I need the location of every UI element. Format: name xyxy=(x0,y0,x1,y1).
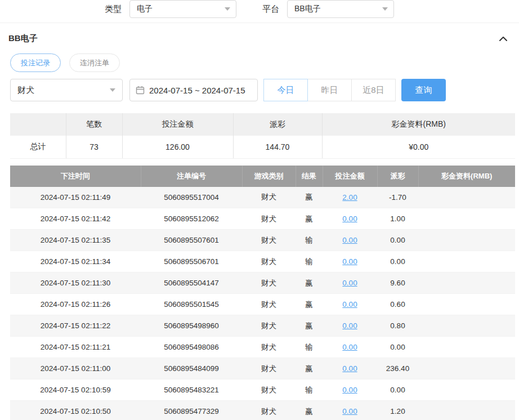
payout-cell: 0.00 xyxy=(377,251,418,272)
table-row: 2024-07-15 02:10:505060895477329财犬赢0.001… xyxy=(10,401,515,420)
chevron-up-icon xyxy=(499,36,508,42)
bet-amount-cell: 0.00 xyxy=(323,401,377,420)
summary-header-row: 笔数 投注金额 派彩 彩金资料(RMB) xyxy=(10,113,515,136)
payout-cell: 1.00 xyxy=(377,208,418,230)
yesterday-button[interactable]: 昨日 xyxy=(307,79,352,101)
table-row: 2024-07-15 02:10:595060895483221财犬输0.000… xyxy=(10,379,515,401)
summary-total-label: 总计 xyxy=(10,136,66,158)
bet-amount-link[interactable]: 0.00 xyxy=(342,279,357,287)
bet-amount-link[interactable]: 0.00 xyxy=(342,257,357,266)
game-type-cell: 财犬 xyxy=(242,187,296,208)
bonus-cell xyxy=(418,315,515,337)
bet-time-cell: 2024-07-15 02:11:26 xyxy=(10,294,141,315)
summary-header-count: 笔数 xyxy=(66,113,122,136)
bonus-cell xyxy=(418,337,515,358)
game-type-cell: 财犬 xyxy=(242,251,296,272)
bet-amount-link[interactable]: 0.00 xyxy=(342,386,357,394)
tab-bar: 投注记录 连消注单 xyxy=(0,44,519,72)
bet-amount-link[interactable]: 2.00 xyxy=(342,193,357,202)
bonus-cell xyxy=(418,272,515,294)
date-range-picker[interactable]: 2024-07-15 ~ 2024-07-15 xyxy=(129,79,258,101)
search-button[interactable]: 查询 xyxy=(401,79,446,101)
summary-total-bonus: ¥0.00 xyxy=(322,136,515,158)
result-cell: 赢 xyxy=(296,294,323,315)
quick-date-buttons: 今日 昨日 近8日 xyxy=(263,79,396,101)
bet-time-cell: 2024-07-15 02:11:00 xyxy=(10,358,141,379)
payout-cell: 0.00 xyxy=(377,230,418,251)
last8days-button[interactable]: 近8日 xyxy=(351,79,396,101)
bet-amount-cell: 0.00 xyxy=(323,272,377,294)
bet-table-header-row: 下注时间 注单编号 游戏类别 结果 投注金额 派彩 彩金资料(RMB) xyxy=(10,166,515,187)
header-game-type: 游戏类别 xyxy=(242,166,296,187)
order-id-cell: 5060895517004 xyxy=(141,187,242,208)
chevron-down-icon xyxy=(110,88,115,92)
bonus-cell xyxy=(418,401,515,420)
bet-amount-cell: 0.00 xyxy=(323,379,377,401)
order-id-cell: 5060895501545 xyxy=(141,294,242,315)
bet-time-cell: 2024-07-15 02:10:50 xyxy=(10,401,141,420)
tab-cancelled-orders[interactable]: 连消注单 xyxy=(69,53,120,72)
bonus-cell xyxy=(418,230,515,251)
bonus-cell xyxy=(418,358,515,379)
payout-cell: 1.20 xyxy=(377,401,418,420)
query-toolbar: 财犬 2024-07-15 ~ 2024-07-15 今日 昨日 近8日 查询 xyxy=(0,72,519,101)
order-id-cell: 5060895484099 xyxy=(141,358,242,379)
bet-time-cell: 2024-07-15 02:11:49 xyxy=(10,187,141,208)
game-type-cell: 财犬 xyxy=(242,358,296,379)
result-cell: 赢 xyxy=(296,358,323,379)
game-select[interactable]: 财犬 xyxy=(10,79,123,101)
bet-amount-link[interactable]: 0.00 xyxy=(342,300,357,309)
summary-header-payout: 派彩 xyxy=(233,113,322,136)
table-row: 2024-07-15 02:11:425060895512062财犬赢0.001… xyxy=(10,208,515,230)
bet-time-cell: 2024-07-15 02:11:42 xyxy=(10,208,141,230)
table-row: 2024-07-15 02:11:345060895506701财犬输0.000… xyxy=(10,251,515,272)
bet-amount-link[interactable]: 0.00 xyxy=(342,343,357,351)
section-header: BB电子 xyxy=(0,23,519,44)
game-type-cell: 财犬 xyxy=(242,294,296,315)
table-row: 2024-07-15 02:11:215060895498086财犬输0.000… xyxy=(10,337,515,358)
game-type-cell: 财犬 xyxy=(242,272,296,294)
game-type-cell: 财犬 xyxy=(242,315,296,337)
bet-amount-link[interactable]: 0.00 xyxy=(342,236,357,244)
bonus-cell xyxy=(418,251,515,272)
game-type-cell: 财犬 xyxy=(242,337,296,358)
payout-cell: 9.60 xyxy=(377,272,418,294)
order-id-cell: 5060895477329 xyxy=(141,401,242,420)
summary-header-empty xyxy=(10,113,66,136)
result-cell: 赢 xyxy=(296,208,323,230)
bet-amount-link[interactable]: 0.00 xyxy=(342,215,357,223)
result-cell: 赢 xyxy=(296,187,323,208)
platform-label: 平台 xyxy=(262,4,279,15)
bet-table-body: 2024-07-15 02:11:495060895517004财犬赢2.00-… xyxy=(10,187,515,420)
bet-amount-link[interactable]: 0.00 xyxy=(342,407,357,415)
bet-time-cell: 2024-07-15 02:10:59 xyxy=(10,379,141,401)
bet-amount-link[interactable]: 0.00 xyxy=(342,364,357,373)
table-row: 2024-07-15 02:11:495060895517004财犬赢2.00-… xyxy=(10,187,515,208)
result-cell: 赢 xyxy=(296,272,323,294)
header-bonus: 彩金资料(RMB) xyxy=(418,166,515,187)
today-button[interactable]: 今日 xyxy=(263,79,308,101)
order-id-cell: 5060895483221 xyxy=(141,379,242,401)
bet-amount-cell: 0.00 xyxy=(323,358,377,379)
bonus-cell xyxy=(418,294,515,315)
bet-amount-link[interactable]: 0.00 xyxy=(342,321,357,330)
bet-amount-cell: 0.00 xyxy=(323,251,377,272)
tab-bet-records[interactable]: 投注记录 xyxy=(10,53,61,72)
chevron-down-icon xyxy=(225,7,230,11)
payout-cell: 236.40 xyxy=(377,358,418,379)
result-cell: 输 xyxy=(296,251,323,272)
bet-amount-cell: 0.00 xyxy=(323,315,377,337)
collapse-button[interactable] xyxy=(498,35,509,43)
payout-cell: 0.80 xyxy=(377,315,418,337)
bet-time-cell: 2024-07-15 02:11:34 xyxy=(10,251,141,272)
summary-total-bet-amount: 126.00 xyxy=(122,136,233,158)
type-select[interactable]: 电子 xyxy=(129,0,236,18)
header-payout: 派彩 xyxy=(377,166,418,187)
order-id-cell: 5060895498960 xyxy=(141,315,242,337)
summary-header-bet-amount: 投注金额 xyxy=(122,113,233,136)
game-type-cell: 财犬 xyxy=(242,379,296,401)
platform-select[interactable]: BB电子 xyxy=(287,0,394,18)
platform-filter-group: 平台 BB电子 xyxy=(262,0,394,18)
game-select-value: 财犬 xyxy=(17,85,34,96)
result-cell: 赢 xyxy=(296,315,323,337)
